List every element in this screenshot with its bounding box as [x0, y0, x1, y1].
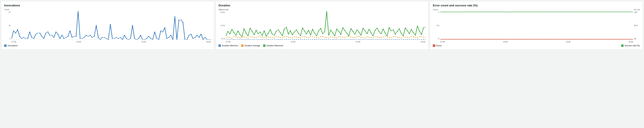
svg-point-12 [35, 34, 36, 34]
svg-point-432 [492, 12, 493, 12]
svg-point-636 [628, 39, 629, 40]
svg-point-616 [595, 39, 596, 40]
svg-point-639 [632, 39, 633, 40]
svg-point-431 [490, 12, 491, 12]
svg-point-559 [503, 39, 504, 40]
svg-point-446 [514, 12, 516, 12]
svg-point-252 [330, 36, 332, 37]
svg-point-392 [411, 39, 412, 40]
svg-point-161 [348, 36, 350, 36]
svg-point-538 [469, 39, 470, 40]
svg-point-181 [388, 27, 390, 28]
y-tick: 2.27k [218, 24, 225, 26]
legend-item-duration-min[interactable]: ✕ Duration Minimum [218, 44, 238, 47]
svg-point-534 [462, 39, 464, 40]
svg-point-151 [328, 35, 330, 36]
svg-point-211 [247, 38, 249, 38]
svg-point-364 [354, 39, 356, 40]
svg-point-232 [290, 37, 291, 38]
legend-item-duration-max[interactable]: ✕ Duration Maximum [263, 44, 284, 47]
svg-point-145 [316, 36, 317, 36]
plot-area[interactable] [12, 11, 211, 40]
svg-point-637 [629, 39, 630, 40]
svg-point-551 [490, 39, 491, 40]
svg-point-324 [274, 39, 275, 40]
svg-point-100 [226, 36, 226, 36]
svg-point-223 [272, 38, 273, 38]
legend-label: Invocations [8, 44, 18, 47]
svg-point-162 [350, 28, 352, 29]
svg-point-104 [234, 32, 234, 33]
svg-point-401 [441, 12, 442, 12]
svg-point-421 [474, 12, 475, 12]
svg-point-67 [146, 38, 147, 39]
svg-point-608 [582, 39, 584, 40]
plot-area[interactable] [440, 11, 633, 40]
svg-point-193 [413, 32, 414, 33]
svg-point-275 [376, 37, 378, 37]
svg-point-25 [62, 35, 62, 36]
legend-item-errors[interactable]: ✕ Errors [433, 44, 442, 47]
svg-point-501 [603, 12, 605, 12]
svg-point-345 [316, 39, 317, 40]
svg-point-625 [610, 39, 611, 40]
svg-point-318 [262, 39, 263, 40]
svg-point-84 [180, 20, 182, 20]
svg-point-112 [250, 28, 251, 28]
svg-point-170 [366, 34, 368, 34]
svg-point-455 [528, 12, 530, 12]
svg-point-574 [527, 39, 528, 40]
svg-point-42 [96, 25, 97, 26]
svg-point-294 [415, 37, 416, 38]
svg-point-363 [352, 39, 354, 40]
svg-point-243 [312, 36, 313, 37]
svg-point-415 [464, 12, 466, 12]
svg-point-391 [409, 39, 410, 40]
svg-point-632 [621, 39, 622, 40]
svg-point-295 [417, 38, 418, 38]
svg-point-573 [526, 39, 527, 40]
svg-point-362 [350, 39, 352, 40]
svg-point-469 [551, 12, 553, 12]
svg-point-390 [407, 39, 408, 40]
svg-point-487 [580, 12, 582, 12]
errors-success-chart [440, 11, 633, 40]
svg-point-611 [587, 39, 588, 40]
svg-point-480 [569, 12, 571, 12]
plot-area[interactable] [226, 11, 426, 40]
legend-item-invocations[interactable]: ✕ Invocations [4, 44, 18, 47]
svg-point-375 [376, 39, 378, 40]
svg-point-385 [397, 39, 398, 40]
legend-item-duration-avg[interactable]: ✕ Duration Average [241, 44, 260, 47]
svg-point-59 [130, 38, 131, 39]
svg-point-393 [413, 39, 414, 40]
svg-point-174 [374, 30, 376, 30]
svg-point-386 [399, 39, 400, 40]
svg-point-256 [338, 36, 340, 37]
x-axis-ticks: 07:00 10:00 13:00 16:00 [4, 41, 211, 43]
svg-point-18 [47, 32, 48, 32]
svg-point-57 [126, 38, 127, 39]
svg-point-159 [344, 30, 346, 31]
svg-point-437 [500, 12, 501, 12]
svg-point-376 [378, 39, 380, 40]
svg-point-495 [594, 12, 595, 12]
svg-point-103 [232, 29, 232, 30]
svg-point-511 [619, 12, 621, 12]
svg-point-135 [296, 30, 297, 30]
svg-point-315 [256, 39, 257, 40]
svg-point-537 [467, 39, 468, 40]
svg-point-250 [326, 37, 327, 38]
svg-point-28 [68, 36, 68, 36]
svg-point-317 [260, 39, 261, 40]
chart-area: 4.51k 2.27k 37.4 [218, 11, 426, 40]
svg-point-310 [246, 39, 247, 40]
svg-point-578 [534, 39, 535, 40]
x-tick: 10:00 [76, 41, 81, 43]
svg-point-88 [188, 35, 190, 36]
svg-point-473 [558, 12, 559, 12]
svg-point-541 [474, 39, 475, 40]
svg-point-356 [338, 39, 340, 40]
svg-point-340 [306, 39, 307, 40]
legend-item-success[interactable]: ✕ Success rate (%) [621, 44, 640, 47]
